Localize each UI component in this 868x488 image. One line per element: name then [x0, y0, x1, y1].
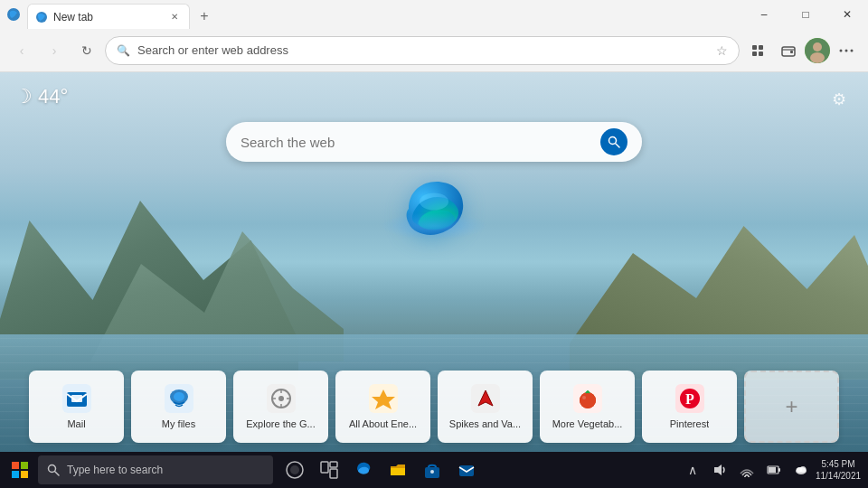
vegetab-label: More Vegetab...: [552, 418, 623, 429]
minimize-button[interactable]: –: [743, 0, 785, 29]
taskbar-task-view-button[interactable]: [313, 454, 345, 486]
svg-point-22: [278, 396, 284, 401]
svg-rect-2: [752, 45, 757, 50]
wallet-button[interactable]: [774, 36, 803, 65]
svg-line-15: [616, 144, 619, 147]
my-files-label: My files: [162, 418, 195, 429]
pinterest-label: Pinterest: [670, 418, 709, 429]
taskbar-explorer-button[interactable]: [382, 454, 414, 486]
svg-rect-7: [790, 51, 793, 53]
svg-text:P: P: [685, 391, 694, 407]
system-tray-chevron[interactable]: ∧: [680, 454, 705, 486]
weather-widget: ☽ 44°: [14, 85, 68, 108]
title-bar-left: New tab ✕ +: [0, 0, 743, 29]
svg-point-10: [810, 52, 825, 63]
active-tab[interactable]: New tab ✕: [27, 4, 190, 29]
back-button[interactable]: ‹: [7, 36, 36, 65]
new-tab-button[interactable]: +: [192, 4, 217, 29]
svg-rect-41: [330, 469, 337, 478]
volume-icon[interactable]: [707, 454, 732, 486]
favorite-icon[interactable]: ☆: [716, 43, 728, 58]
profile-avatar[interactable]: [805, 38, 830, 63]
settings-button[interactable]: ⚙: [825, 85, 854, 114]
svg-point-28: [582, 396, 586, 399]
quick-link-all-about[interactable]: All About Ene...: [335, 371, 430, 443]
svg-marker-24: [478, 390, 493, 406]
spikes-label: Spikes and Va...: [449, 418, 521, 429]
search-submit-button[interactable]: [600, 128, 627, 155]
battery-icon[interactable]: [761, 454, 787, 486]
svg-rect-46: [769, 467, 776, 473]
start-button[interactable]: [4, 454, 36, 486]
window-controls: – □ ✕: [743, 0, 868, 29]
taskbar: Type here to search: [0, 452, 868, 488]
mail-favicon: [62, 384, 91, 413]
mail-label: Mail: [67, 418, 85, 429]
close-button[interactable]: ✕: [826, 0, 868, 29]
clock-date: 11/14/2021: [816, 470, 861, 482]
explore-label: Explore the G...: [246, 418, 315, 429]
taskbar-pinned-apps: [278, 454, 483, 486]
quick-link-pinterest[interactable]: P Pinterest: [642, 371, 737, 443]
svg-point-43: [430, 470, 434, 474]
add-icon: +: [785, 394, 797, 419]
network-icon[interactable]: [734, 454, 760, 486]
quick-link-spikes[interactable]: Spikes and Va...: [438, 371, 533, 443]
svg-point-16: [420, 192, 448, 210]
taskbar-mail-button[interactable]: [450, 454, 483, 486]
svg-rect-33: [12, 471, 19, 478]
my-files-favicon: [165, 384, 193, 413]
weather-temperature: 44°: [38, 85, 68, 108]
quick-link-my-files[interactable]: My files: [131, 371, 226, 443]
quick-link-add[interactable]: +: [744, 371, 839, 443]
address-bar-search-icon: 🔍: [117, 44, 130, 57]
svg-rect-4: [752, 52, 757, 56]
quick-links: Mail My files Explore the: [29, 371, 839, 443]
svg-point-38: [290, 465, 299, 474]
all-about-label: All About Ene...: [349, 418, 417, 429]
more-options-button[interactable]: [832, 36, 861, 65]
svg-rect-39: [321, 462, 328, 473]
cloud-icon[interactable]: [788, 454, 814, 486]
search-container: [226, 122, 642, 162]
vegetab-favicon: [573, 384, 602, 413]
nav-icons: [743, 36, 861, 65]
window-icon: [0, 0, 27, 29]
tab-title: New tab: [53, 11, 162, 23]
forward-button[interactable]: ›: [40, 36, 69, 65]
taskbar-cortana-button[interactable]: [278, 454, 311, 486]
taskbar-search-box[interactable]: Type here to search: [38, 455, 273, 484]
svg-rect-34: [21, 471, 28, 478]
tab-area: New tab ✕ +: [27, 0, 217, 29]
svg-line-36: [55, 472, 59, 475]
refresh-button[interactable]: ↻: [72, 36, 101, 65]
weather-icon: ☽: [14, 85, 33, 108]
maximize-button[interactable]: □: [785, 0, 826, 29]
svg-rect-3: [759, 45, 763, 50]
spikes-favicon: [471, 384, 500, 413]
taskbar-store-button[interactable]: [416, 454, 448, 486]
search-input[interactable]: [241, 135, 591, 150]
svg-rect-31: [12, 462, 19, 469]
quick-link-explore[interactable]: Explore the G...: [233, 371, 328, 443]
svg-point-27: [580, 392, 596, 408]
explore-favicon: [267, 384, 296, 413]
tab-close-button[interactable]: ✕: [167, 10, 182, 24]
logo-glow: [380, 212, 488, 239]
tab-favicon: [35, 11, 48, 23]
address-bar[interactable]: 🔍 Search or enter web address ☆: [105, 36, 740, 65]
quick-link-vegetab[interactable]: More Vegetab...: [540, 371, 635, 443]
address-text: Search or enter web address: [137, 43, 709, 57]
taskbar-search-text: Type here to search: [67, 464, 163, 476]
search-box[interactable]: [226, 122, 642, 162]
svg-marker-23: [372, 389, 395, 409]
svg-rect-47: [778, 468, 780, 472]
quick-link-mail[interactable]: Mail: [29, 371, 124, 443]
svg-point-50: [800, 466, 807, 473]
pinterest-favicon: P: [675, 384, 704, 413]
taskbar-edge-button[interactable]: [347, 454, 380, 486]
svg-point-35: [49, 465, 56, 473]
svg-rect-32: [21, 462, 28, 469]
collections-button[interactable]: [743, 36, 772, 65]
taskbar-clock[interactable]: 5:45 PM 11/14/2021: [816, 454, 861, 486]
